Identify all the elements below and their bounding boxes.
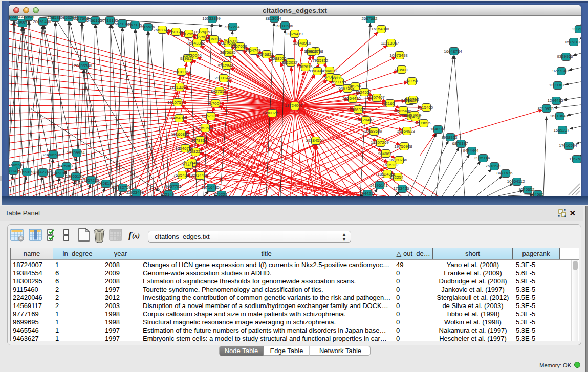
svg-text:9457791: 9457791 [165,184,182,189]
svg-text:16543382: 16543382 [187,41,205,46]
svg-text:3875685: 3875685 [220,50,236,55]
svg-text:116753: 116753 [569,157,581,161]
svg-text:104421: 104421 [360,191,374,196]
svg-text:16914479: 16914479 [190,173,208,178]
svg-text:(x): (x) [132,232,140,239]
svg-text:20364436: 20364436 [342,96,361,101]
svg-text:1615132: 1615132 [382,163,399,167]
svg-text:7625402: 7625402 [173,173,189,178]
svg-text:6497568: 6497568 [338,86,355,91]
svg-text:19166825: 19166825 [171,132,189,137]
svg-text:362712: 362712 [405,97,419,102]
svg-text:19218506: 19218506 [275,24,293,28]
svg-text:9474444: 9474444 [463,148,479,153]
svg-text:236914: 236914 [21,16,35,19]
svg-text:19756928: 19756928 [394,144,412,149]
svg-text:8938923: 8938923 [441,135,458,140]
svg-text:1156819: 1156819 [18,170,34,174]
svg-text:20691406: 20691406 [33,19,51,24]
svg-text:16210643: 16210643 [550,114,568,118]
svg-text:19654985: 19654985 [169,116,187,120]
svg-text:7986372: 7986372 [349,107,365,112]
svg-text:62160: 62160 [383,101,395,106]
svg-text:16154808: 16154808 [371,27,389,31]
svg-text:2405572: 2405572 [9,16,21,19]
svg-text:8322037: 8322037 [281,60,298,65]
svg-text:6879197: 6879197 [452,141,468,146]
svg-text:18300273: 18300273 [262,111,280,115]
svg-text:984067: 984067 [378,151,392,156]
svg-text:932144: 932144 [161,192,175,196]
svg-text:10958107: 10958107 [96,181,114,186]
svg-text:1569297: 1569297 [553,128,570,133]
svg-text:924565: 924565 [530,192,544,196]
svg-text:1145194: 1145194 [51,171,67,176]
svg-text:15716485: 15716485 [201,185,220,190]
svg-text:16782759: 16782759 [113,185,131,190]
svg-text:9329966: 9329966 [557,54,573,59]
svg-text:9115460: 9115460 [418,105,433,110]
svg-text:10807467: 10807467 [366,95,385,100]
svg-text:10973493: 10973493 [389,53,408,58]
svg-text:6794028: 6794028 [320,69,337,73]
svg-text:8471676: 8471676 [496,171,513,176]
svg-text:160550: 160550 [9,163,23,167]
svg-text:9245652: 9245652 [518,187,535,192]
svg-text:14196141: 14196141 [369,183,388,188]
svg-text:2718176: 2718176 [172,70,189,74]
svg-text:17359924: 17359924 [67,150,85,155]
svg-text:875221: 875221 [214,192,228,196]
svg-text:8678334: 8678334 [191,138,207,143]
svg-text:16120746: 16120746 [389,158,407,162]
svg-text:9975887: 9975887 [57,164,74,168]
svg-text:7357224: 7357224 [224,25,240,29]
svg-text:1209387: 1209387 [549,83,565,87]
svg-text:12213369: 12213369 [169,85,188,90]
svg-text:157411: 157411 [181,163,194,167]
svg-text:1575107: 1575107 [564,40,581,45]
svg-text:7515526: 7515526 [139,25,155,29]
svg-text:18640910: 18640910 [293,41,311,46]
svg-text:12942757: 12942757 [33,170,51,174]
svg-text:10688609: 10688609 [364,129,382,134]
svg-text:9957994: 9957994 [405,113,422,117]
svg-text:9777169: 9777169 [330,80,346,84]
svg-text:12213967: 12213967 [381,41,399,46]
svg-text:16033809: 16033809 [202,16,221,21]
svg-text:7632621: 7632621 [485,164,502,168]
svg-text:8427552: 8427552 [210,89,227,94]
svg-text:18724007: 18724007 [285,103,303,108]
svg-text:251153: 251153 [404,79,418,83]
svg-text:19654923: 19654923 [397,129,415,134]
svg-text:3624554: 3624554 [355,90,372,95]
svg-text:10654112: 10654112 [507,179,526,184]
svg-text:1244415: 1244415 [547,98,563,103]
svg-text:164095: 164095 [430,127,444,132]
svg-text:9242848: 9242848 [217,63,234,68]
svg-text:252254: 252254 [390,175,404,180]
svg-text:9227343: 9227343 [552,69,569,73]
svg-text:2803144: 2803144 [214,76,231,80]
svg-text:109617: 109617 [304,49,318,54]
svg-text:8215955: 8215955 [537,106,554,111]
svg-text:8813054: 8813054 [265,16,281,21]
svg-text:17016504: 17016504 [559,143,577,148]
svg-text:1733426: 1733426 [393,186,409,191]
svg-text:3498222: 3498222 [186,149,203,154]
svg-text:917004: 917004 [208,101,222,106]
svg-text:2405571: 2405571 [13,20,30,25]
svg-text:18807269: 18807269 [371,140,389,145]
svg-text:19384554: 19384554 [306,138,324,143]
svg-text:10107554: 10107554 [167,100,186,105]
svg-text:2935114: 2935114 [474,156,490,160]
svg-text:20053346: 20053346 [74,63,92,68]
svg-text:20206576: 20206576 [43,152,61,157]
svg-text:16648784: 16648784 [444,49,462,54]
svg-text:8267130: 8267130 [202,114,218,118]
svg-text:748500: 748500 [394,68,408,72]
svg-text:546312: 546312 [225,39,239,43]
svg-text:13325419: 13325419 [285,32,303,36]
svg-text:7955812: 7955812 [312,58,329,63]
svg-text:15720407: 15720407 [356,118,374,122]
svg-text:12353594: 12353594 [195,126,213,130]
